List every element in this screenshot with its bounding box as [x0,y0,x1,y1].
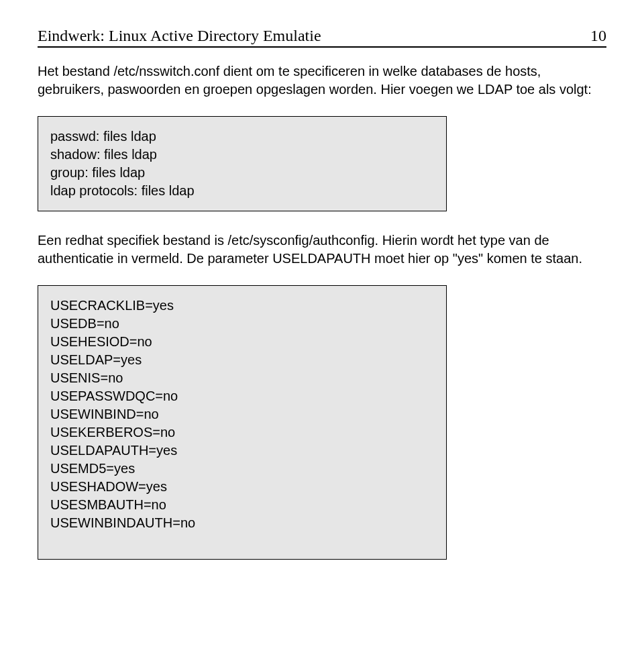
code-line: USEMD5=yes [50,460,434,478]
page-number: 10 [590,27,606,45]
code-line: USESMBAUTH=no [50,496,434,514]
code-line: USEWINBINDAUTH=no [50,514,434,532]
paragraph-1: Het bestand /etc/nsswitch.conf dient om … [38,62,606,99]
paragraph-2: Een redhat specifiek bestand is /etc/sys… [38,232,606,268]
code-line: USESHADOW=yes [50,478,434,496]
code-line: USEWINBIND=no [50,405,434,423]
code-line: USEKERBEROS=no [50,423,434,442]
code-line: USENIS=no [50,369,434,387]
code-line: passwd: files ldap [50,127,434,146]
code-box-authconfig: USECRACKLIB=yes USEDB=no USEHESIOD=no US… [38,285,447,560]
code-line: USELDAPAUTH=yes [50,442,434,460]
code-line: USEDB=no [50,315,434,333]
code-line: group: files ldap [50,164,434,182]
page-header: Eindwerk: Linux Active Directory Emulati… [38,27,606,48]
code-line: USECRACKLIB=yes [50,297,434,315]
header-title: Eindwerk: Linux Active Directory Emulati… [38,27,321,45]
code-line: shadow: files ldap [50,146,434,164]
code-box-nsswitch: passwd: files ldap shadow: files ldap gr… [38,116,447,211]
code-line: ldap protocols: files ldap [50,182,434,200]
code-line: USEPASSWDQC=no [50,387,434,405]
code-line: USEHESIOD=no [50,333,434,351]
code-line: USELDAP=yes [50,351,434,369]
